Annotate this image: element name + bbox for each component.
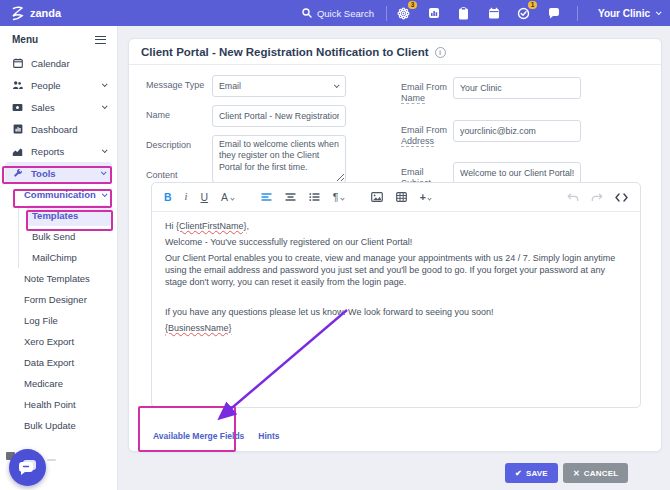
sidebar-item-mailchimp[interactable]: MailChimp — [19, 247, 117, 268]
undo-button[interactable] — [567, 193, 579, 202]
people-icon — [12, 80, 23, 91]
sidebar-item-sales[interactable]: Sales — [0, 96, 117, 118]
search-icon — [302, 8, 312, 18]
money-icon — [12, 102, 23, 113]
name-input[interactable] — [212, 105, 346, 127]
code-view-button[interactable] — [615, 193, 628, 202]
description-textarea[interactable]: Email to welcome clients when they regis… — [212, 135, 346, 183]
closing-paragraph: If you have any questions please let us … — [165, 306, 627, 318]
hamburger-icon[interactable] — [95, 36, 106, 44]
sidebar-item-label: Bulk Update — [24, 420, 76, 431]
save-button[interactable]: ✔ SAVE — [505, 463, 558, 483]
tasks-icon[interactable]: 1 — [517, 6, 531, 20]
sidebar-item-log-file[interactable]: Log File — [0, 310, 117, 331]
calendar-topbar-icon[interactable] — [487, 6, 501, 20]
ordered-list-button[interactable] — [309, 193, 320, 202]
apps-badge: 3 — [408, 1, 417, 9]
cancel-button[interactable]: ✕ CANCEL — [563, 463, 628, 483]
sidebar-item-communication[interactable]: Communication — [0, 184, 117, 205]
sidebar-item-label: Tools — [31, 168, 56, 179]
check-circle-icon — [517, 7, 530, 20]
chevron-down-icon — [102, 103, 108, 109]
editor-content[interactable]: Hi {ClientFirstName}, Welcome - You've s… — [152, 212, 640, 346]
rich-text-editor: B i U A ¶ + — [151, 182, 641, 408]
check-icon: ✔ — [515, 469, 522, 478]
email-from-name-input[interactable] — [453, 77, 581, 99]
topbar-divider — [386, 6, 387, 21]
undo-icon — [567, 193, 579, 202]
sidebar-item-health-point[interactable]: Health Point — [0, 394, 117, 415]
zanda-logo-icon — [10, 6, 25, 21]
chevron-down-icon — [102, 147, 108, 153]
chat-bubble-icon — [548, 7, 560, 19]
body-paragraph: Our Client Portal enables you to create,… — [165, 252, 627, 288]
sidebar-item-label: MailChimp — [32, 252, 77, 263]
topbar: zanda Quick Search 3 — [0, 0, 670, 26]
align-center-button[interactable] — [285, 193, 296, 202]
info-icon[interactable]: i — [435, 47, 446, 58]
page-title: Client Portal - New Registration Notific… — [141, 46, 429, 58]
redo-button[interactable] — [591, 193, 603, 202]
sidebar-item-templates[interactable]: Templates — [27, 205, 111, 226]
sidebar-item-label: Communication — [24, 189, 96, 200]
quick-search[interactable]: Quick Search — [302, 8, 374, 19]
sidebar-item-label: Reports — [31, 146, 64, 157]
italic-button[interactable]: i — [185, 192, 188, 203]
sidebar-item-bulk-send[interactable]: Bulk Send — [19, 226, 117, 247]
sidebar-item-label: Templates — [32, 210, 78, 221]
sidebar-item-label: Log File — [24, 315, 58, 326]
chevron-down-icon — [230, 197, 234, 201]
paragraph-format-button[interactable]: ¶ — [333, 192, 344, 203]
list-icon — [309, 193, 320, 202]
signature-line: {BusinessName} — [165, 322, 627, 334]
chevron-down-icon — [340, 197, 344, 201]
sidebar-item-reports[interactable]: Reports — [0, 140, 117, 162]
sidebar-item-label: Note Templates — [24, 273, 90, 284]
content-label: Content — [146, 170, 178, 180]
more-misc-button[interactable]: + — [420, 192, 432, 203]
email-subject-input[interactable] — [453, 162, 581, 184]
table-icon — [396, 192, 407, 202]
apps-icon[interactable]: 3 — [397, 6, 411, 20]
topbar-divider-2 — [577, 6, 578, 21]
reports-icon — [12, 146, 23, 157]
insert-image-button[interactable] — [371, 192, 383, 202]
sidebar-item-medicare[interactable]: Medicare — [0, 373, 117, 394]
message-type-select[interactable]: Email — [212, 75, 346, 97]
sidebar-item-note-templates[interactable]: Note Templates — [0, 268, 117, 289]
hints-link[interactable]: Hints — [258, 431, 279, 441]
email-from-address-input[interactable] — [453, 120, 581, 142]
dashboard-reports-icon[interactable] — [427, 6, 441, 20]
underline-button[interactable]: U — [201, 192, 209, 203]
insert-table-button[interactable] — [396, 192, 407, 202]
calendar-icon — [12, 58, 23, 69]
sidebar-item-dashboard[interactable]: Dashboard — [0, 118, 117, 140]
available-merge-fields-link[interactable]: Available Merge Fields — [153, 431, 244, 441]
sidebar-item-data-export[interactable]: Data Export — [0, 352, 117, 373]
bold-button[interactable]: B — [164, 192, 172, 203]
main-content: Client Portal - New Registration Notific… — [118, 26, 670, 490]
email-from-address-label: Email From Address — [401, 120, 449, 148]
font-size-button[interactable]: A — [221, 192, 234, 203]
sidebar-item-people[interactable]: People — [0, 74, 117, 96]
sidebar-item-xero-export[interactable]: Xero Export — [0, 331, 117, 352]
notes-icon[interactable] — [457, 6, 471, 20]
zanda-logo[interactable]: zanda — [10, 6, 61, 21]
tasks-badge: 1 — [528, 1, 537, 9]
align-left-button[interactable] — [261, 193, 272, 202]
account-name: Your Clinic — [598, 8, 650, 19]
sidebar-item-label: Data Export — [24, 357, 74, 368]
messages-icon[interactable] — [547, 6, 561, 20]
sidebar-item-label: Health Point — [24, 399, 76, 410]
sidebar-item-form-designer[interactable]: Form Designer — [0, 289, 117, 310]
account-menu[interactable]: Your Clinic — [598, 8, 660, 19]
sidebar-item-bulk-update[interactable]: Bulk Update — [0, 415, 117, 436]
sidebar-item-tools[interactable]: Tools — [5, 162, 112, 184]
quick-search-label: Quick Search — [317, 8, 374, 19]
align-left-icon — [261, 193, 272, 202]
sidebar: Menu Calendar People Sales Dashboard Rep… — [0, 26, 118, 490]
chat-launcher-button[interactable] — [9, 449, 46, 486]
sidebar-item-calendar[interactable]: Calendar — [0, 52, 117, 74]
chat-icon — [18, 459, 37, 476]
name-label: Name — [146, 105, 212, 127]
